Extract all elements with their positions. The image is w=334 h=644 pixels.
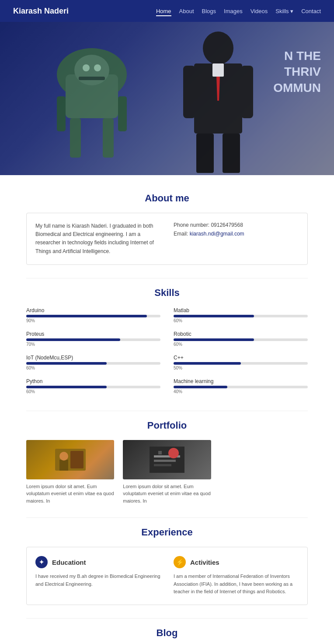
nav-about[interactable]: About xyxy=(179,8,194,14)
skill-bar-bg-1 xyxy=(174,315,308,317)
nav-blogs[interactable]: Blogs xyxy=(202,8,216,14)
blog-title: Blog xyxy=(26,627,308,639)
nav-home[interactable]: Home xyxy=(156,8,171,16)
skill-pct-5: 50% xyxy=(174,366,308,370)
skill-pct-7: 40% xyxy=(174,389,308,394)
education-icon: ✦ xyxy=(35,556,48,568)
skill-bar-fill-3 xyxy=(174,338,254,341)
portfolio-section: Portfolio Lorem ipsum dolor sit amet. Eu… xyxy=(0,411,334,518)
skill-pct-0: 90% xyxy=(26,318,160,323)
hero-text: N THE THRIV OMMUN xyxy=(273,48,321,96)
about-phone: Phone number: 09126479568 xyxy=(174,222,299,228)
about-contact: Phone number: 09126479568 Email: kiarash… xyxy=(174,222,299,256)
skill-bar-fill-7 xyxy=(174,386,227,388)
skill-item-3: Robotic 60% xyxy=(174,331,308,347)
svg-rect-4 xyxy=(70,118,81,158)
education-title: Educationt xyxy=(52,559,86,566)
skill-item-7: Machine learning 40% xyxy=(174,378,308,394)
skill-bar-bg-4 xyxy=(26,362,160,365)
about-body: My full name is Kiarash Naderi. I gradua… xyxy=(35,222,160,256)
experience-title: Experience xyxy=(26,527,308,538)
nav-skills[interactable]: Skills ▾ xyxy=(275,8,293,14)
skill-item-4: IoT (NodeMcu,ESP) 60% xyxy=(26,355,160,370)
hero-robot-illustration xyxy=(26,31,157,171)
skill-name-4: IoT (NodeMcu,ESP) xyxy=(26,355,160,361)
about-email-link[interactable]: kiarash.ndi@gmail.com xyxy=(190,231,244,237)
activities-title: Activities xyxy=(190,559,219,566)
activities-icon: ⚡ xyxy=(174,556,186,568)
experience-section: Experience ✦ Educationt I have received … xyxy=(0,518,334,618)
svg-rect-19 xyxy=(59,460,68,471)
svg-rect-17 xyxy=(212,63,224,77)
portfolio-img-svg-1 xyxy=(53,447,88,473)
portfolio-item-1: Lorem ipsum dolor sit amet. Eum voluptat… xyxy=(26,440,114,505)
skills-grid: Arduino 90% Matlab 60% Proteus 70% Robot… xyxy=(26,307,308,398)
activities-col: ⚡ Activities I am a member of Internatio… xyxy=(174,556,299,596)
nav-links: Home About Blogs Images Videos Skills ▾ … xyxy=(156,7,321,14)
nav-videos[interactable]: Videos xyxy=(250,8,268,14)
portfolio-img-svg-2 xyxy=(150,447,184,473)
skill-bar-fill-6 xyxy=(26,386,107,388)
hero-section: N THE THRIV OMMUN xyxy=(0,22,334,175)
portfolio-desc-1: Lorem ipsum dolor sit amet. Eum voluptat… xyxy=(26,483,114,505)
svg-rect-12 xyxy=(183,66,195,118)
skill-bar-bg-5 xyxy=(174,362,308,365)
svg-point-26 xyxy=(168,448,179,458)
skill-bar-bg-6 xyxy=(26,386,160,388)
about-email-label: Email: xyxy=(174,231,188,237)
portfolio-item-placeholder xyxy=(220,440,308,505)
svg-rect-24 xyxy=(154,460,176,462)
skill-pct-2: 70% xyxy=(26,342,160,347)
education-header: ✦ Educationt xyxy=(35,556,160,568)
navbar: Kiarash Naderi Home About Blogs Images V… xyxy=(0,0,334,22)
skills-section: Skills Arduino 90% Matlab 60% Proteus 70… xyxy=(0,278,334,411)
skill-bar-bg-3 xyxy=(174,338,308,341)
skill-bar-fill-5 xyxy=(174,362,241,365)
portfolio-desc-2: Lorem ipsum dolor sit amet. Eum voluptat… xyxy=(123,483,211,505)
about-title: About me xyxy=(26,193,308,204)
blog-section: Blog high tecnology artificial intellige… xyxy=(0,619,334,644)
nav-images[interactable]: Images xyxy=(224,8,243,14)
skill-name-2: Proteus xyxy=(26,331,160,337)
skill-bar-fill-2 xyxy=(26,338,120,341)
skill-pct-3: 60% xyxy=(174,342,308,347)
about-email: Email: kiarash.ndi@gmail.com xyxy=(174,231,299,237)
skill-name-0: Arduino xyxy=(26,307,160,313)
svg-point-6 xyxy=(74,55,109,85)
skill-item-2: Proteus 70% xyxy=(26,331,160,347)
svg-point-8 xyxy=(94,64,101,71)
svg-rect-9 xyxy=(79,77,105,80)
brand-logo[interactable]: Kiarash Naderi xyxy=(13,7,69,16)
skill-name-5: C++ xyxy=(174,355,308,361)
skill-bar-bg-0 xyxy=(26,315,160,317)
skills-title: Skills xyxy=(26,287,308,299)
skill-name-7: Machine learning xyxy=(174,378,308,384)
activities-text: I am a member of International Federatio… xyxy=(174,573,299,596)
hero-line2: THRIV xyxy=(273,64,321,80)
portfolio-image-1 xyxy=(26,440,114,479)
skill-pct-1: 60% xyxy=(174,318,308,323)
hero-person-illustration xyxy=(181,31,255,175)
portfolio-item-2: Lorem ipsum dolor sit amet. Eum voluptat… xyxy=(123,440,211,505)
education-col: ✦ Educationt I have received my B.ah deg… xyxy=(35,556,160,596)
experience-card: ✦ Educationt I have received my B.ah deg… xyxy=(26,547,308,605)
svg-rect-14 xyxy=(196,134,214,173)
skill-bar-fill-0 xyxy=(26,315,147,317)
svg-point-20 xyxy=(59,452,68,461)
skill-name-1: Matlab xyxy=(174,307,308,313)
activities-header: ⚡ Activities xyxy=(174,556,299,568)
skill-name-6: Python xyxy=(26,378,160,384)
skill-bar-fill-1 xyxy=(174,315,254,317)
svg-point-10 xyxy=(203,32,233,65)
svg-rect-21 xyxy=(70,451,84,468)
about-card: My full name is Kiarash Naderi. I gradua… xyxy=(26,213,308,265)
svg-rect-3 xyxy=(118,96,127,131)
nav-contact[interactable]: Contact xyxy=(301,8,321,14)
hero-line3: OMMUN xyxy=(273,80,321,96)
about-section: About me My full name is Kiarash Naderi.… xyxy=(0,175,334,278)
skill-pct-6: 60% xyxy=(26,389,160,394)
svg-rect-5 xyxy=(103,118,114,158)
svg-rect-25 xyxy=(154,464,171,466)
skill-item-1: Matlab 60% xyxy=(174,307,308,323)
portfolio-grid: Lorem ipsum dolor sit amet. Eum voluptat… xyxy=(26,440,308,505)
